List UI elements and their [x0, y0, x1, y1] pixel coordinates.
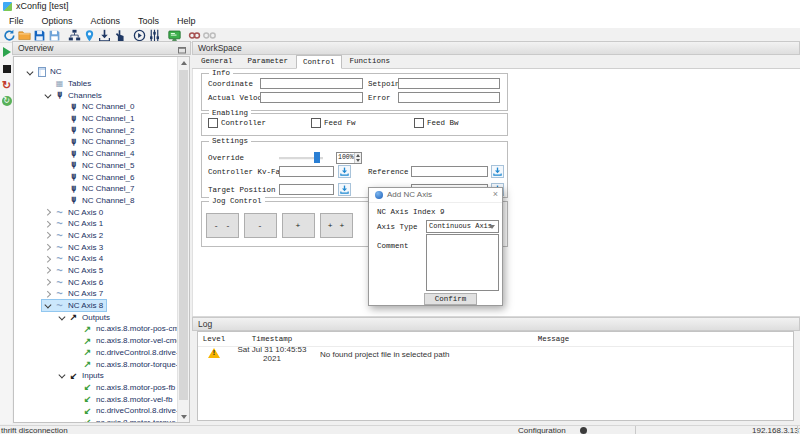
tree-item[interactable]: NC Channel_8 — [14, 195, 178, 207]
tree-item[interactable]: nc.axis.8.motor-vel-fb — [14, 393, 178, 405]
tree-item[interactable]: NC Channel_4 — [14, 148, 178, 160]
deploy-button[interactable] — [97, 28, 112, 42]
comment-field[interactable] — [426, 234, 499, 291]
tree-item[interactable]: NC Axis 2 — [14, 230, 178, 242]
menu-item[interactable]: Actions — [82, 14, 130, 28]
connect-button[interactable] — [187, 28, 202, 42]
menu-item[interactable]: Tools — [129, 14, 168, 28]
expander-icon[interactable] — [70, 420, 81, 422]
expander-icon[interactable] — [56, 198, 67, 203]
expander-icon[interactable] — [56, 163, 67, 168]
topology-button[interactable] — [67, 28, 82, 42]
menu-item[interactable]: Help — [168, 14, 205, 28]
error-field[interactable] — [398, 92, 500, 103]
menu-item[interactable]: Options — [33, 14, 82, 28]
reload-config-button[interactable] — [2, 28, 17, 42]
tree-item[interactable]: NC Axis 3 — [14, 241, 178, 253]
workspace-tab[interactable]: Control — [296, 55, 342, 69]
tree-item[interactable]: NC — [14, 66, 178, 78]
tree-item[interactable]: NC Channel_2 — [14, 124, 178, 136]
tree-item[interactable]: Tables — [14, 78, 178, 90]
confirm-button[interactable]: Confirm — [424, 293, 477, 305]
tree-item[interactable]: NC Axis 8 — [14, 300, 178, 312]
scroll-up-icon[interactable] — [178, 57, 189, 68]
expander-icon[interactable] — [70, 327, 81, 332]
disconnect-button[interactable] — [202, 28, 217, 42]
tree-item[interactable]: NC Channel_0 — [14, 101, 178, 113]
expander-icon[interactable] — [70, 385, 81, 390]
jog-button[interactable]: - - — [206, 213, 239, 238]
expander-icon[interactable] — [42, 210, 53, 215]
expander-icon[interactable] — [56, 175, 67, 180]
expander-icon[interactable] — [42, 292, 53, 297]
tree-item[interactable]: NC Channel_1 — [14, 113, 178, 125]
tree-item[interactable]: nc.axis.8.motor-torque-cmd — [14, 358, 178, 370]
expander-icon[interactable] — [42, 245, 53, 250]
run-sidebar-button[interactable] — [1, 46, 12, 57]
dialog-title-bar[interactable]: Add NC Axis × — [369, 188, 502, 203]
expander-icon[interactable] — [42, 303, 53, 308]
tree-item[interactable]: NC Channel_7 — [14, 183, 178, 195]
tree-item[interactable]: NC Channel_6 — [14, 171, 178, 183]
enable-checkbox[interactable]: Controller — [208, 118, 311, 128]
stop-sidebar-button[interactable] — [1, 63, 12, 74]
save-button[interactable] — [32, 28, 47, 42]
expander-icon[interactable] — [70, 409, 81, 414]
menu-item[interactable]: File — [0, 14, 33, 28]
checkbox-icon[interactable] — [311, 118, 321, 128]
reference-velocity-apply-button[interactable] — [491, 165, 504, 178]
spin-down-icon[interactable] — [355, 158, 361, 163]
jog-button[interactable]: - — [244, 213, 277, 238]
reference-velocity-field[interactable] — [411, 166, 488, 177]
jog-button[interactable]: + + — [320, 213, 353, 238]
expander-icon[interactable] — [42, 268, 53, 273]
tree-item[interactable]: NC Channel_3 — [14, 136, 178, 148]
expander-icon[interactable] — [70, 362, 81, 367]
tree-item[interactable]: NC Axis 6 — [14, 276, 178, 288]
expander-icon[interactable] — [56, 373, 67, 378]
checkbox-icon[interactable] — [414, 118, 424, 128]
tree-item[interactable]: nc.driveControl.8.drive-status — [14, 405, 178, 417]
tree-item[interactable]: nc.axis.8.motor-torque-fb — [14, 417, 178, 422]
tree-item[interactable]: nc.axis.8.motor-pos-cmd — [14, 323, 178, 335]
save-as-button[interactable] — [47, 28, 62, 42]
run-button[interactable] — [132, 28, 147, 42]
setpoint-field[interactable] — [398, 78, 500, 89]
enable-checkbox[interactable]: Feed Bw — [414, 118, 517, 128]
tree-item[interactable]: Inputs — [14, 370, 178, 382]
tree-item[interactable]: NC Axis 7 — [14, 288, 178, 300]
workspace-tab[interactable]: Parameter — [241, 54, 296, 68]
kv-factor-field[interactable] — [279, 166, 334, 177]
open-project-button[interactable] — [17, 28, 32, 42]
checkbox-icon[interactable] — [208, 118, 218, 128]
tune-button[interactable] — [147, 28, 162, 42]
target-position-field[interactable] — [279, 184, 334, 195]
expander-icon[interactable] — [70, 350, 81, 355]
expander-icon[interactable] — [70, 338, 81, 343]
tree-item[interactable]: nc.axis.8.motor-pos-fb — [14, 382, 178, 394]
jog-button[interactable]: + — [282, 213, 315, 238]
workspace-tab[interactable]: Functions — [343, 54, 398, 68]
expander-icon[interactable] — [42, 93, 53, 98]
actual-velocity-field[interactable] — [260, 92, 363, 103]
scroll-down-icon[interactable] — [178, 411, 189, 422]
tree-item[interactable]: Channels — [14, 89, 178, 101]
sync-sidebar-button[interactable]: ↻ — [1, 95, 12, 106]
tree-item[interactable]: NC Axis 5 — [14, 265, 178, 277]
close-icon[interactable]: × — [493, 189, 498, 199]
axis-type-select[interactable]: Continuous Axis — [426, 220, 499, 233]
expander-icon[interactable] — [42, 233, 53, 238]
tree-item[interactable]: NC Axis 0 — [14, 206, 178, 218]
monitor-button[interactable] — [167, 28, 182, 42]
expander-icon[interactable] — [56, 128, 67, 133]
expander-icon[interactable] — [56, 116, 67, 121]
tree-item[interactable]: NC Axis 4 — [14, 253, 178, 265]
tree-item[interactable]: nc.axis.8.motor-vel-cmd — [14, 335, 178, 347]
target-position-apply-button[interactable] — [338, 183, 351, 196]
tree-scrollbar[interactable] — [177, 57, 189, 422]
scroll-thumb[interactable] — [179, 70, 188, 400]
tree-item[interactable]: NC Axis 1 — [14, 218, 178, 230]
hand-tool-button[interactable] — [112, 28, 127, 42]
expander-icon[interactable] — [42, 81, 53, 86]
log-row[interactable]: Sat Jul 31 10:45:53 2021 No found projec… — [198, 347, 793, 361]
